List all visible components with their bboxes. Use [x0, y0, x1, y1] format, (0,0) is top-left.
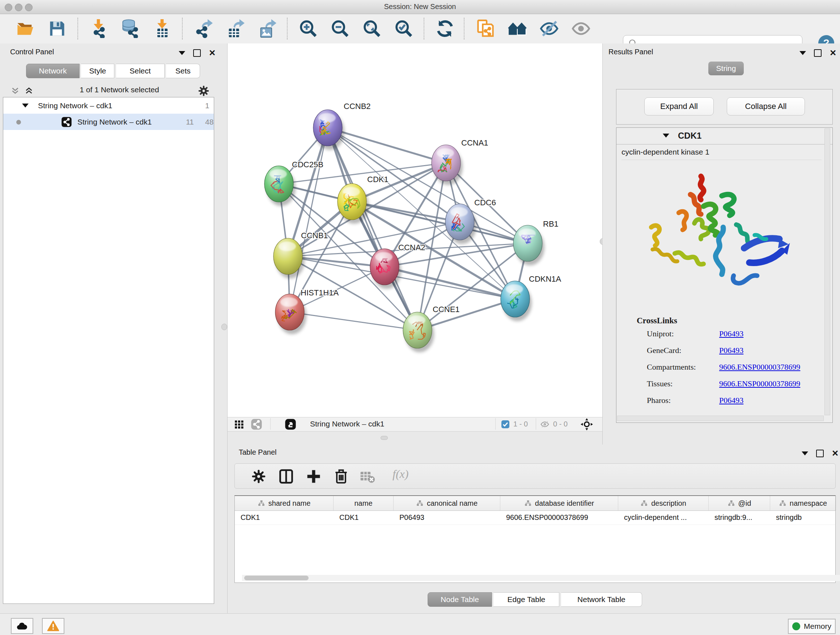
- crosslink-link[interactable]: 9606.ENSP00000378699: [719, 363, 800, 372]
- crosslink-link[interactable]: 9606.ENSP00000378699: [719, 379, 800, 388]
- column-header-canonicalname[interactable]: canonical name: [393, 496, 500, 510]
- birdseye-view-icon[interactable]: [581, 418, 593, 431]
- apply-layout-icon[interactable]: [436, 19, 454, 38]
- table-cell[interactable]: stringdb:9...: [709, 511, 770, 524]
- results-vertical-scrollbar[interactable]: [824, 128, 830, 415]
- float-panel-icon[interactable]: [799, 51, 806, 55]
- crosslinks-section: CrossLinks Uniprot:P06493GeneCard:P06493…: [637, 316, 800, 412]
- tab-select[interactable]: Select: [116, 64, 164, 78]
- tab-edge-table[interactable]: Edge Table: [493, 592, 559, 607]
- collection-expand-icon[interactable]: [22, 103, 28, 108]
- close-panel-icon[interactable]: ✕: [832, 450, 838, 456]
- save-session-icon[interactable]: [48, 19, 66, 38]
- table-toolbar: f(x): [234, 463, 836, 489]
- protein-node-CCNE1: [403, 312, 434, 352]
- warnings-button[interactable]: [42, 618, 65, 634]
- crosslink-link[interactable]: P06493: [719, 346, 744, 355]
- network-tree: String Network – cdk1 1 String Network –…: [3, 97, 214, 604]
- close-panel-icon[interactable]: ✕: [209, 50, 216, 56]
- column-label: database identifier: [535, 499, 594, 508]
- import-database-icon[interactable]: [121, 19, 140, 38]
- table-cell[interactable]: stringdb: [770, 511, 836, 524]
- table-cell[interactable]: cyclin-dependent ...: [618, 511, 709, 524]
- table-header-row[interactable]: shared namenamecanonical namedatabase id…: [235, 496, 835, 511]
- node-section-header[interactable]: CDK1: [616, 128, 832, 144]
- export-image-icon[interactable]: [257, 19, 276, 38]
- zoom-out-icon[interactable]: [331, 19, 349, 38]
- control-panel-controls: ✕: [179, 49, 216, 57]
- warning-icon: [47, 621, 59, 631]
- column-header-sharedname[interactable]: shared name: [235, 496, 333, 510]
- open-session-icon[interactable]: [16, 19, 35, 38]
- table-cell[interactable]: P06493: [393, 511, 500, 524]
- function-builder-icon[interactable]: f(x): [393, 467, 409, 481]
- zoom-in-icon[interactable]: [299, 19, 317, 38]
- add-column-icon[interactable]: [306, 469, 322, 485]
- table-cell[interactable]: CDK1: [235, 511, 333, 524]
- maximize-panel-icon[interactable]: [193, 49, 201, 57]
- show-columns-icon[interactable]: [278, 469, 294, 485]
- hide-selection-icon[interactable]: [540, 19, 559, 38]
- divider-handle[interactable]: [381, 436, 388, 440]
- network-collection-row[interactable]: String Network – cdk1 1: [3, 97, 214, 114]
- collapse-all-button[interactable]: Collapse All: [727, 97, 805, 116]
- table-cell[interactable]: CDK1: [333, 511, 393, 524]
- network-row[interactable]: String Network – cdk1 11 48: [3, 114, 214, 130]
- first-neighbors-icon[interactable]: [508, 19, 527, 38]
- table-options-gear-icon[interactable]: [251, 469, 267, 485]
- delete-table-icon[interactable]: [359, 469, 375, 485]
- column-header-namespace[interactable]: namespace: [770, 496, 836, 510]
- delete-column-icon[interactable]: [333, 469, 349, 485]
- expand-all-button[interactable]: Expand All: [644, 97, 714, 116]
- maximize-panel-icon[interactable]: [814, 49, 821, 57]
- column-header-databaseidentifier[interactable]: database identifier: [500, 496, 618, 510]
- network-canvas[interactable]: CCNB2CCNA1CDC25BCDK1CDC6RB1CCNB1CCNA2CDK…: [227, 43, 602, 417]
- tab-network-table[interactable]: Network Table: [561, 592, 642, 607]
- zoom-selected-icon[interactable]: [394, 19, 413, 38]
- toolbar-separator: [182, 18, 183, 40]
- collapse-all-icon[interactable]: [10, 86, 20, 96]
- network-view-icon[interactable]: [251, 418, 262, 430]
- crosslink-link[interactable]: P06493: [719, 396, 744, 405]
- collapse-section-icon[interactable]: [663, 134, 669, 138]
- open-in-new-window-icon[interactable]: [285, 418, 296, 430]
- column-header-id[interactable]: @id: [709, 496, 770, 510]
- protein-node-CDKN1A: [501, 281, 532, 321]
- selected-checkbox-icon[interactable]: [501, 420, 510, 429]
- export-network-icon[interactable]: [194, 19, 213, 38]
- tab-sets[interactable]: Sets: [166, 64, 200, 78]
- divider-handle[interactable]: [221, 324, 227, 330]
- close-panel-icon[interactable]: ✕: [829, 50, 836, 56]
- results-horizontal-scrollbar[interactable]: [617, 416, 824, 421]
- scrollbar-thumb[interactable]: [244, 576, 309, 580]
- new-network-from-selection-icon[interactable]: [476, 19, 495, 38]
- string-network-graph[interactable]: CCNB2CCNA1CDC25BCDK1CDC6RB1CCNB1CCNA2CDK…: [227, 43, 602, 417]
- protein-node-CDC6: [445, 204, 477, 244]
- zoom-fit-icon[interactable]: [363, 19, 381, 38]
- cloud-services-button[interactable]: [11, 618, 33, 634]
- float-panel-icon[interactable]: [802, 451, 808, 455]
- grid-view-icon[interactable]: [234, 419, 244, 429]
- tab-string[interactable]: String: [708, 62, 744, 75]
- tab-style[interactable]: Style: [81, 64, 114, 78]
- float-panel-icon[interactable]: [179, 51, 185, 55]
- table-row[interactable]: CDK1CDK1P064939606.ENSP00000378699cyclin…: [235, 511, 835, 525]
- network-view-statusbar: String Network – cdk1 1 - 0 0 - 0: [227, 417, 602, 432]
- memory-button[interactable]: Memory: [788, 619, 836, 634]
- network-options-gear-icon[interactable]: [197, 85, 210, 97]
- import-network-icon[interactable]: [89, 19, 108, 38]
- import-table-icon[interactable]: [153, 19, 172, 38]
- table-cell[interactable]: 9606.ENSP00000378699: [500, 511, 618, 524]
- crosslink-label: Pharos:: [647, 396, 719, 405]
- tab-node-table[interactable]: Node Table: [428, 592, 492, 607]
- expand-all-icon[interactable]: [24, 86, 34, 96]
- tab-network[interactable]: Network: [26, 64, 80, 78]
- network-list-toolbar: 1 of 1 Network selected: [0, 84, 217, 97]
- column-header-description[interactable]: description: [618, 496, 709, 510]
- show-all-icon[interactable]: [572, 19, 591, 38]
- maximize-panel-icon[interactable]: [816, 450, 824, 457]
- crosslink-link[interactable]: P06493: [719, 329, 744, 339]
- export-table-icon[interactable]: [226, 19, 245, 38]
- column-header-name[interactable]: name: [333, 496, 393, 510]
- table-horizontal-scrollbar[interactable]: [242, 575, 840, 581]
